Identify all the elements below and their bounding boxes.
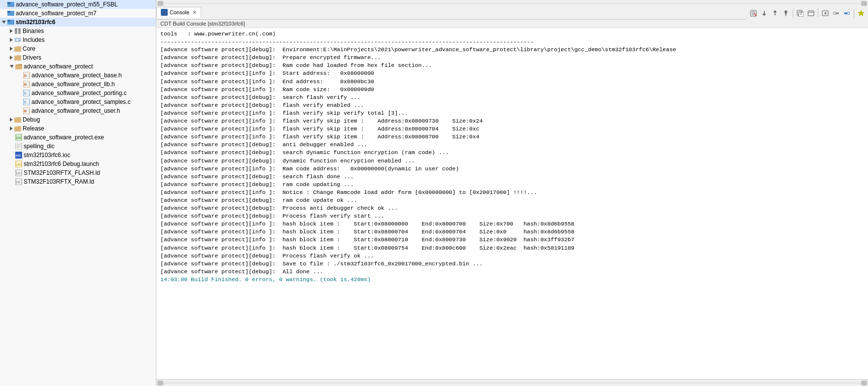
tree-label: Release	[23, 125, 44, 132]
exe-file-icon: EXE	[15, 133, 23, 141]
console-line: [advance software protect][debug]: ram c…	[160, 181, 864, 189]
tree-item-asp-folder[interactable]: advance_software_protect	[0, 62, 156, 71]
console-line: [advance software protect][debug]: Proce…	[160, 204, 864, 212]
tree-item-asp-user-h[interactable]: H advance_software_protect_user.h	[0, 106, 156, 115]
tree-label: advance_software_protect_samples.c	[31, 98, 130, 105]
console-line: [advance software protect][info ]: flash…	[160, 133, 864, 141]
tree-item-spelling-dic[interactable]: spelling_dic	[0, 142, 156, 151]
tree-item-flash-ld[interactable]: LD STM32F103RFTX_FLASH.ld	[0, 168, 156, 177]
console-line: [advance software protect][debug]: All d…	[160, 268, 864, 276]
svg-rect-8	[15, 38, 21, 42]
tree-item-stm32[interactable]: stm32f103rfc6	[0, 18, 156, 27]
console-line: [advance software protect][debug]: ram c…	[160, 196, 864, 204]
folder-icon	[14, 54, 22, 62]
expand-arrow	[10, 127, 13, 130]
tree-label: advance_software_protect_porting.c	[31, 90, 126, 96]
h-file-icon: H	[23, 71, 30, 79]
svg-rect-9	[16, 39, 20, 40]
new-console-button[interactable]	[795, 8, 805, 18]
toggle-button[interactable]	[831, 8, 841, 18]
tree-item-launch[interactable]: LAU stm32f103rfc6 Debug.launch	[0, 160, 156, 168]
svg-rect-1	[7, 2, 10, 4]
tree-item-asp-porting-c[interactable]: C advance_software_protect_porting.c	[0, 89, 156, 97]
display-console-button[interactable]	[806, 8, 816, 18]
binaries-icon	[14, 27, 22, 35]
settings-button[interactable]	[856, 8, 866, 18]
includes-icon	[14, 36, 22, 44]
tree-label: stm32f103rfc6	[16, 19, 56, 26]
svg-point-50	[834, 12, 836, 15]
svg-rect-7	[18, 28, 21, 34]
clear-console-button[interactable]	[748, 8, 758, 18]
tree-item-core[interactable]: Core	[0, 44, 156, 53]
console-line: [advance software protect][debug]: Envir…	[160, 46, 864, 54]
folder-open-icon	[15, 63, 23, 70]
toolbar-sep2	[818, 9, 818, 18]
h-file-icon: H	[23, 107, 30, 115]
svg-text:H: H	[24, 109, 27, 113]
scroll-lock-down-button[interactable]	[759, 8, 769, 18]
tree-item-asp-exe[interactable]: EXE advance_software_protect.exe	[0, 133, 156, 142]
tree-label: Includes	[23, 36, 45, 43]
svg-text:C: C	[24, 92, 27, 95]
svg-text:EXE: EXE	[16, 136, 22, 139]
tree-label: Binaries	[23, 28, 44, 34]
console-title: CDT Build Console [stm32f103rfc6]	[156, 20, 868, 28]
console-line: [advance software protect][info ]: Start…	[160, 69, 864, 77]
toolbar-sep3	[854, 9, 854, 18]
console-toolbar	[747, 7, 868, 20]
tree-item-advance-m55[interactable]: advance_software_protect_m55_FSBL	[0, 0, 156, 9]
file-tree[interactable]: advance_software_protect_m55_FSBL advanc…	[0, 0, 156, 386]
folder-icon	[14, 125, 22, 132]
console-line: [advance software protect][debug]: searc…	[160, 173, 864, 181]
console-tab[interactable]: Console ✕	[156, 7, 201, 18]
open-console-button[interactable]	[820, 8, 830, 18]
console-tab-close[interactable]: ✕	[192, 9, 197, 16]
tree-item-includes[interactable]: Includes	[0, 35, 156, 44]
scroll-lock-up-button[interactable]	[770, 8, 780, 18]
tree-label: Debug	[23, 116, 40, 123]
ld-file-icon: LD	[15, 178, 23, 186]
pin-button[interactable]	[781, 8, 791, 18]
tree-item-ram-ld[interactable]: LD STM32F103RFTX_RAM.ld	[0, 177, 156, 186]
tree-item-drivers[interactable]: Drivers	[0, 53, 156, 62]
console-panel: Console ✕	[156, 0, 868, 386]
console-line: [advance software protect][info ]: Ram c…	[160, 165, 864, 173]
tree-label: advance_software_protect_lib.h	[31, 81, 115, 88]
console-line: [advance software protect][info ]: flash…	[160, 125, 864, 133]
top-scrollbar[interactable]	[156, 0, 868, 7]
toggle2-button[interactable]	[842, 8, 852, 18]
tree-item-asp-base-h[interactable]: H advance_software_protect_base.h	[0, 71, 156, 80]
tree-item-asp-lib-h[interactable]: H advance_software_protect_lib.h	[0, 80, 156, 89]
expand-arrow	[10, 47, 13, 51]
bottom-scrollbar[interactable]	[156, 379, 868, 386]
console-line: ----------------------------------------…	[160, 38, 864, 46]
expand-arrow	[10, 118, 13, 122]
tree-label: STM32F103RFTX_RAM.ld	[24, 178, 94, 185]
tree-label: stm32f103rfc6.ioc	[24, 152, 70, 159]
console-line: [advance software protect][debug]: searc…	[160, 94, 864, 101]
project-icon	[7, 9, 15, 17]
console-output[interactable]: tools : www.powerwriter.cn(.com)--------…	[156, 28, 868, 379]
console-line: tools : www.powerwriter.cn(.com)	[160, 30, 864, 38]
console-line: [advance software protect][info ]: End a…	[160, 78, 864, 86]
svg-text:H: H	[24, 83, 27, 86]
console-line: [advance software protect][info ]: hash …	[160, 220, 864, 228]
tree-item-debug[interactable]: Debug	[0, 115, 156, 124]
console-line: [advance software protect][info ]: flash…	[160, 109, 864, 117]
tree-item-asp-samples-c[interactable]: C advance_software_protect_samples.c	[0, 97, 156, 106]
txt-file-icon	[15, 142, 23, 150]
svg-point-52	[847, 12, 850, 15]
expand-arrow	[10, 65, 14, 68]
tree-item-ioc[interactable]: IOC stm32f103rfc6.ioc	[0, 151, 156, 160]
tree-item-advance-m7[interactable]: advance_software_protect_m7	[0, 9, 156, 18]
svg-rect-6	[15, 28, 17, 34]
tree-item-release[interactable]: Release	[0, 124, 156, 133]
toolbar-sep1	[793, 9, 793, 18]
tree-label: spelling_dic	[24, 143, 55, 150]
console-line: [advance software protect][debug]: Ram c…	[160, 62, 864, 69]
tree-label: advance_software_protect_m55_FSBL	[16, 1, 118, 8]
console-line: [advance software protect][debug]: Proce…	[160, 212, 864, 220]
tree-item-binaries[interactable]: Binaries	[0, 27, 156, 35]
svg-text:H: H	[24, 74, 27, 77]
